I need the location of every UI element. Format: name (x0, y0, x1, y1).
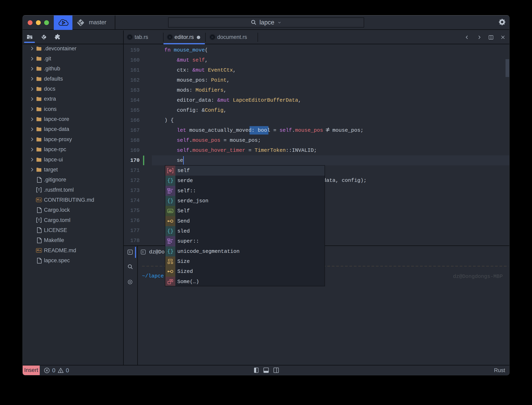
svg-text:R: R (169, 35, 171, 39)
svg-text:abc: abc (169, 210, 172, 212)
svg-text:R: R (211, 35, 214, 39)
svg-text:R: R (129, 35, 131, 39)
